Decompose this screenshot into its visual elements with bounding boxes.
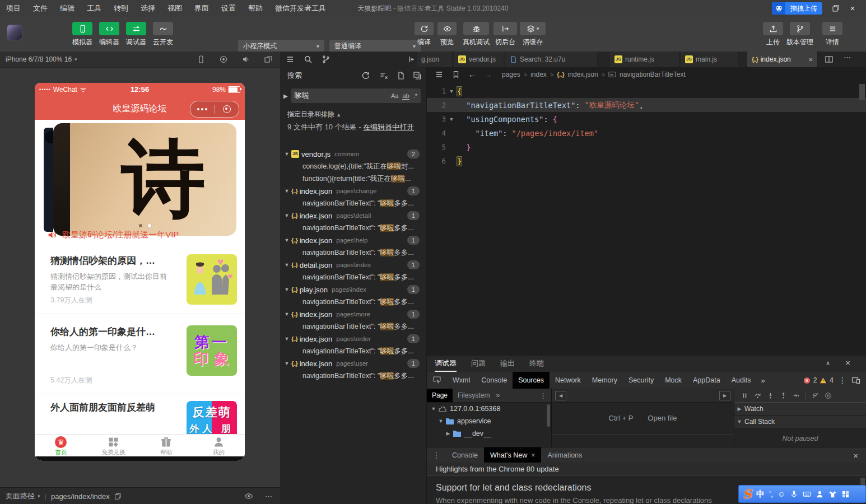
collapse-panel-icon[interactable]: ∧ bbox=[826, 360, 830, 367]
outline-icon[interactable] bbox=[435, 70, 444, 79]
search-result-file[interactable]: ▼{..}index.jsonpages\change1 bbox=[280, 185, 426, 197]
clear-results-icon[interactable] bbox=[379, 71, 388, 80]
breadcrumb-item[interactable]: index bbox=[530, 71, 547, 78]
more-menu-icon[interactable] bbox=[190, 108, 215, 110]
breadcrumb-item[interactable]: navigationBarTitleText bbox=[620, 71, 686, 78]
search-result-match[interactable]: navigationBarTitleText": "哆啦多多... bbox=[280, 197, 426, 209]
menu-item[interactable]: 转到 bbox=[108, 0, 134, 17]
menu-item[interactable]: 工具 bbox=[81, 0, 108, 17]
fold-icon[interactable]: ▼ bbox=[446, 116, 457, 122]
sogou-logo[interactable]: S bbox=[743, 487, 752, 501]
breadcrumb-item[interactable]: index.json bbox=[568, 71, 598, 78]
inspect-icon[interactable] bbox=[432, 376, 441, 385]
mode-button-云开发[interactable]: 云开发 bbox=[150, 22, 176, 47]
devtools-tab-Network[interactable]: Network bbox=[550, 372, 586, 389]
action-button-3[interactable]: 真机调试 bbox=[462, 22, 491, 47]
watch-section[interactable]: ▶Watch bbox=[734, 403, 866, 416]
breadcrumb-item[interactable]: pages bbox=[502, 71, 520, 78]
code-line[interactable]: 5 } bbox=[427, 140, 866, 154]
menu-item[interactable]: 微信开发者工具 bbox=[269, 0, 332, 17]
remote-devices-icon[interactable] bbox=[851, 376, 860, 385]
search-result-match[interactable]: navigationBarTitleText": "哆啦多多... bbox=[280, 320, 426, 333]
refresh-search-icon[interactable] bbox=[361, 71, 370, 80]
navigator-tab-Filesystem[interactable]: Filesystem bbox=[453, 389, 495, 402]
bookmark-icon[interactable] bbox=[451, 70, 460, 79]
step-over-icon[interactable] bbox=[754, 392, 761, 399]
devtools-tab-Console[interactable]: Console bbox=[476, 372, 513, 389]
keyboard-icon[interactable] bbox=[803, 490, 811, 498]
close-tab-icon[interactable]: × bbox=[804, 55, 813, 64]
close-window-button[interactable]: × bbox=[848, 4, 857, 13]
toggle-replace-icon[interactable]: ▶ bbox=[283, 93, 291, 99]
collapse-all-icon[interactable] bbox=[413, 71, 422, 80]
quiz-card[interactable]: 你给人的第一印象是什…你给人的第一印象是什么？5.42万人在测第一印象 bbox=[35, 322, 245, 391]
editor-tab-g.json[interactable]: g.json bbox=[417, 52, 453, 67]
separate-window-icon[interactable] bbox=[264, 55, 273, 64]
code-area[interactable]: 1▼{2 "navigationBarTitleText": "欧皇源码论坛",… bbox=[427, 84, 866, 168]
step-out-icon[interactable] bbox=[780, 392, 787, 399]
action-button-4[interactable]: 切后台 bbox=[492, 22, 519, 47]
panel-tab-问题[interactable]: 问题 bbox=[471, 356, 486, 372]
restore-window-button[interactable] bbox=[831, 4, 840, 13]
devtools-menu-icon[interactable]: ⋮ bbox=[834, 376, 851, 385]
chevron-right-icon[interactable]: ▶ bbox=[445, 431, 451, 436]
navigator-tab-Page[interactable]: Page bbox=[427, 389, 453, 402]
search-result-match[interactable]: navigationBarTitleText": "哆啦多多... bbox=[280, 296, 426, 308]
git-branch-icon[interactable] bbox=[322, 55, 330, 64]
devtools-tab-Memory[interactable]: Memory bbox=[586, 372, 623, 389]
fold-icon[interactable]: ▼ bbox=[446, 88, 457, 94]
step-into-icon[interactable] bbox=[767, 392, 774, 399]
more-icon[interactable]: ⋯ bbox=[265, 492, 272, 501]
navigate-back-icon[interactable]: ← bbox=[468, 70, 476, 79]
menu-item[interactable]: 设置 bbox=[215, 0, 242, 17]
search-result-file[interactable]: ▼{..}play.jsonpages\index1 bbox=[280, 283, 426, 296]
action-button-5[interactable]: ▾清缓存 bbox=[518, 22, 547, 47]
open-file-label[interactable]: Open file bbox=[648, 414, 677, 422]
eye-icon[interactable] bbox=[244, 492, 253, 501]
menu-item[interactable]: 视图 bbox=[161, 0, 188, 17]
search-result-file[interactable]: ▼{..}index.jsonpages\detail1 bbox=[280, 209, 426, 222]
sound-icon[interactable] bbox=[241, 55, 250, 64]
search-result-match[interactable]: navigationBarTitleText": "哆啦多多... bbox=[280, 271, 426, 283]
close-panel-icon[interactable]: × bbox=[845, 358, 850, 367]
show-navigator-icon[interactable]: ◀ bbox=[555, 391, 566, 400]
search-result-file[interactable]: ▼{..}index.jsonpages\help1 bbox=[280, 234, 426, 246]
menu-item[interactable]: 编辑 bbox=[54, 0, 81, 17]
search-result-file[interactable]: ▼{..}index.jsonpages\user1 bbox=[280, 357, 426, 370]
devtools-tab-Audits[interactable]: Audits bbox=[726, 372, 757, 389]
navigator-menu-icon[interactable]: ⋮ bbox=[539, 391, 547, 400]
show-debugger-icon[interactable]: ▶ bbox=[719, 391, 730, 400]
search-result-match[interactable]: function(){return{title:"我正在哆啦... bbox=[280, 172, 426, 185]
phone-tab-帮助[interactable]: 帮助 bbox=[140, 435, 193, 457]
skin-icon[interactable] bbox=[828, 490, 837, 498]
sogou-grid-icon[interactable] bbox=[841, 490, 850, 498]
phone-tab-我的[interactable]: 我的 bbox=[192, 435, 245, 457]
open-search-editor-icon[interactable] bbox=[397, 71, 406, 80]
rotate-device-icon[interactable] bbox=[197, 55, 206, 64]
record-icon[interactable] bbox=[219, 55, 228, 64]
panel-tab-终端[interactable]: 终端 bbox=[529, 356, 544, 372]
navigate-forward-icon[interactable]: → bbox=[484, 70, 492, 79]
avatar[interactable] bbox=[7, 25, 22, 40]
warning-badge-icon[interactable] bbox=[820, 377, 827, 384]
ime-lang-toggle[interactable]: 中 bbox=[756, 489, 765, 500]
panel-tab-调试器[interactable]: 调试器 bbox=[435, 356, 457, 372]
call-stack-section[interactable]: ▼Call Stack bbox=[734, 416, 866, 428]
copy-icon[interactable] bbox=[114, 492, 122, 500]
ime-punct-toggle[interactable]: ’, bbox=[769, 489, 773, 498]
code-line[interactable]: 6} bbox=[427, 154, 866, 168]
deactivate-breakpoints-icon[interactable] bbox=[812, 392, 819, 399]
editor-tab-Search: 32.u7u[interactable]: Search: 32.u7u bbox=[505, 52, 598, 67]
compile-select[interactable]: 普通编译▾ bbox=[329, 40, 421, 53]
pause-script-icon[interactable] bbox=[741, 392, 748, 399]
page-path-label[interactable]: 页面路径 bbox=[6, 491, 35, 501]
account-icon[interactable] bbox=[816, 490, 824, 498]
search-dir-toggle[interactable]: 指定目录和排除 ▲ bbox=[287, 110, 341, 119]
regex-option[interactable]: .* bbox=[413, 92, 417, 99]
carousel-banner[interactable]: 诗 bbox=[53, 123, 236, 236]
action-button-1[interactable]: 编译 bbox=[413, 22, 435, 47]
drawer-tab[interactable]: Console bbox=[446, 447, 484, 463]
device-select[interactable]: iPhone 6/7/8 100% 16 bbox=[6, 55, 72, 63]
mic-icon[interactable] bbox=[790, 490, 798, 498]
announcement-bar[interactable]: 欧皇源码论坛/注册就送一年VIP bbox=[35, 227, 245, 242]
